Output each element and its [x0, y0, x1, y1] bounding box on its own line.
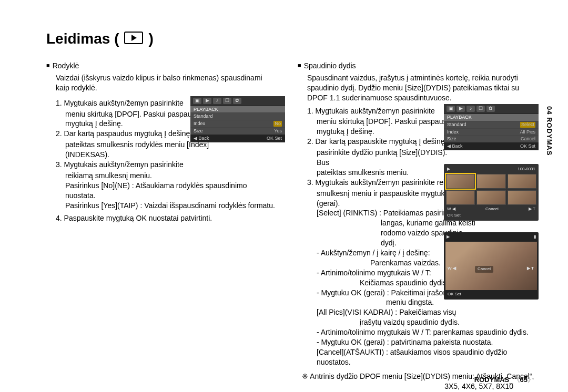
- lcd-screenshot-right: ▣ ▶ ♪ ☐ ✿ PLAYBACK StandardSelect IndexA…: [444, 104, 539, 150]
- lcd-tab-icon: ♪: [466, 106, 475, 112]
- thumb-item: [446, 190, 475, 205]
- lcd-tab-icon: ▣: [447, 106, 455, 112]
- big-ok: OK Set: [448, 292, 461, 297]
- left-heading: Rodyklė: [46, 61, 278, 71]
- lcd1-r2a: Index: [194, 121, 205, 127]
- right-heading: Spaudinio dydis: [298, 61, 534, 71]
- r-step2b: pasirinkite dydžio punktą [Size](DYDIS).…: [317, 148, 460, 168]
- footer-sep: _《: [509, 376, 520, 384]
- page-title: Leidimas ( ): [46, 30, 534, 47]
- r-dash5: - Mygtuku OK (gerai) : patvirtinama pake…: [317, 337, 534, 347]
- thumbs-play-icon: ▶: [447, 167, 450, 172]
- big-cancel: Cancel: [475, 266, 493, 273]
- lcd1-r1a: Standard: [194, 114, 213, 119]
- lcd-tab-icon: ▶: [457, 106, 465, 112]
- lcd1-r2b: No: [273, 121, 282, 127]
- lcd1-r3b: Yes: [274, 128, 282, 134]
- lcd-tab-icon: ▶: [203, 98, 211, 104]
- lcd1-set: OK Set: [267, 136, 282, 141]
- lcd-tab-icon: ✿: [233, 98, 241, 104]
- thumbs-ok: OK Set: [447, 213, 461, 219]
- thumbnail-grid-screenshot: ▶100-0031 W ◀ Cancel ▶ T OK Set: [444, 164, 539, 221]
- thumb-item: [508, 190, 536, 205]
- lcd1-back: ◀ Back: [194, 136, 209, 141]
- thumbs-w: W ◀: [447, 207, 455, 212]
- thumbs-counter: 100-0031: [518, 167, 535, 172]
- lcd1-r3a: Size: [194, 128, 203, 134]
- r-allpics2: įrašytų vaizdų spaudinio dydis.: [360, 317, 475, 327]
- lcd-tab-icon: ☐: [476, 106, 485, 112]
- lcd-tab-icon: ✿: [486, 106, 495, 112]
- page-footer: RODYMAS_《65》: [474, 375, 534, 385]
- lcd2-r2b: All Pics: [520, 129, 535, 135]
- lcd-tab-icon: ☐: [223, 98, 231, 104]
- big-battery-icon: ▮: [534, 234, 536, 240]
- footer-page-number: 65: [520, 376, 528, 384]
- footer-label: RODYMAS: [474, 376, 509, 384]
- left-intro: Vaizdai (išskyrus vaizdo klipus ir balso…: [56, 73, 278, 93]
- r-dash4: - Artinimo/tolinimo mygtukais W / T: par…: [317, 327, 534, 337]
- big-photo: W ◀ Cancel ▶ T: [445, 242, 537, 290]
- thumb-item: [446, 174, 475, 189]
- lcd2-category: PLAYBACK: [444, 114, 539, 121]
- r-allpics: [All Pics](VISI KADRAI) : Pakeičiamas vi…: [317, 307, 475, 317]
- thumbs-cancel: Cancel: [485, 207, 499, 212]
- lcd2-back: ◀ Back: [447, 143, 463, 149]
- lcd1-topbar: ▣ ▶ ♪ ☐ ✿: [190, 96, 285, 106]
- lcd2-r3a: Size: [447, 136, 457, 142]
- l-step3d: Pasirinkus [Yes](TAIP) : Vaizdai išspaus…: [65, 201, 278, 211]
- lcd-tab-icon: ♪: [213, 98, 221, 104]
- l-step3a: 3. Mygtukais aukštyn/žemyn pasirinkite: [56, 160, 278, 170]
- left-column: Rodyklė Vaizdai (išskyrus vaizdo klipus …: [46, 61, 278, 392]
- side-tab: 04 RODYMAS: [545, 106, 553, 156]
- l-step4: 4. Paspauskite mygtuką OK nuostatai patv…: [56, 213, 278, 223]
- lcd2-r2a: Index: [447, 129, 459, 135]
- thumb-item: [508, 174, 536, 189]
- l-step3c: Pasirinkus [No](NE) : Atšaukiama rodyklė…: [65, 181, 278, 201]
- lcd2-topbar: ▣ ▶ ♪ ☐ ✿: [444, 104, 539, 114]
- big-play-icon: ▶: [447, 234, 450, 240]
- thumbs-t: ▶ T: [529, 207, 535, 212]
- r-step2a: 2. Dar kartą paspauskite mygtuką Į dešin…: [307, 137, 460, 147]
- lcd-screenshot-left: ▣ ▶ ♪ ☐ ✿ PLAYBACK Standard IndexNo Size…: [190, 96, 285, 142]
- play-icon: [124, 32, 143, 44]
- lcd2-r1b: Select: [520, 122, 535, 128]
- thumb-item: [476, 190, 505, 205]
- l-step3b: reikiamą smulkesnį meniu.: [65, 171, 278, 181]
- right-column: Spaudinio dydis Spausdinant vaizdus, įra…: [298, 61, 534, 392]
- r-cancel: [Cancel](ATŠAUKTI) : atšaukiamos visos s…: [317, 347, 534, 367]
- lcd2-r1a: Standard: [447, 122, 466, 128]
- lcd1-category: PLAYBACK: [190, 106, 285, 113]
- big-w: W ◀: [448, 266, 456, 272]
- right-intro: Spausdinant vaizdus, įrašytus į atmintin…: [307, 73, 534, 103]
- lcd-tab-icon: ▣: [193, 98, 201, 104]
- r-step1c: mygtuką Į dešinę.: [317, 127, 460, 137]
- single-image-screenshot: ▶▮ W ◀ Cancel ▶ T OK Set: [444, 232, 539, 300]
- r-step2c: pateiktas smulkesnis meniu.: [317, 168, 460, 178]
- lcd2-set: OK Set: [520, 143, 535, 149]
- title-close-paren: ): [148, 30, 153, 47]
- r-step1a: 1. Mygtukais aukštyn/žemyn pasirinkite: [307, 106, 460, 116]
- lcd2-r3b: Cancel: [521, 136, 535, 142]
- big-t: ▶ T: [527, 266, 534, 272]
- l-step2c: (INDEKSAS).: [65, 150, 278, 160]
- footer-sep2: 》: [528, 376, 534, 384]
- r-step1b: meniu skirtuką [DPOF]. Paskui paspauskit…: [317, 117, 460, 127]
- title-text: Leidimas (: [46, 30, 119, 47]
- thumb-item: [476, 174, 505, 189]
